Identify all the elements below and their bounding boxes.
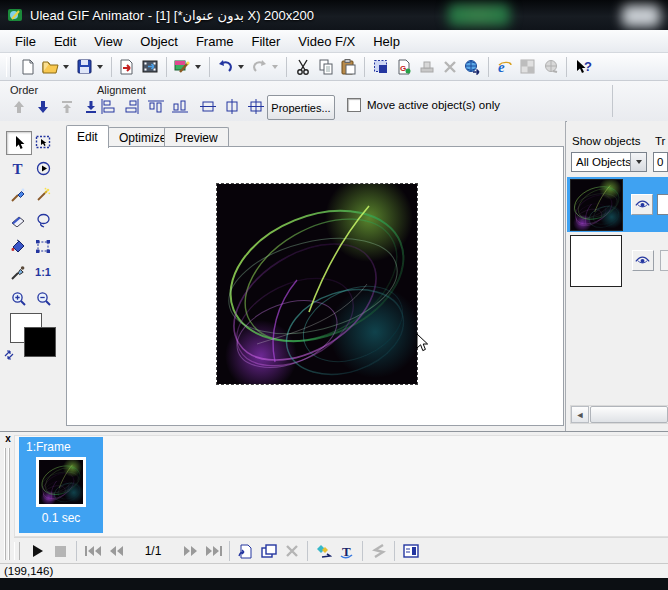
title-bar[interactable]: Ulead GIF Animator - [1] [*بدون عنوان X)…	[0, 0, 668, 30]
align-top-button[interactable]	[145, 96, 167, 117]
scrollbar-thumb[interactable]	[590, 406, 668, 423]
add-frame-button[interactable]	[234, 540, 257, 562]
duplicate-frame-button[interactable]	[257, 540, 280, 562]
truncated-dropdown[interactable]: 0	[653, 152, 668, 172]
first-frame-button-disabled[interactable]	[81, 540, 104, 562]
tab-edit[interactable]: Edit	[66, 125, 109, 148]
menu-filter[interactable]: Filter	[242, 31, 289, 52]
tab-preview[interactable]: Preview	[164, 127, 229, 148]
toggle-panel-button[interactable]	[399, 540, 422, 562]
pick-tool[interactable]	[6, 131, 32, 155]
add-transition-button[interactable]	[312, 540, 335, 562]
menu-video-fx[interactable]: Video F/X	[289, 31, 364, 52]
object-2-field-partial[interactable]	[660, 250, 668, 271]
checker-button-disabled[interactable]	[516, 56, 539, 78]
new-document-button[interactable]	[16, 56, 39, 78]
actual-size-tool[interactable]: 1:1	[31, 261, 55, 283]
export-web-button[interactable]	[461, 56, 484, 78]
previous-frame-button-disabled[interactable]	[104, 540, 127, 562]
wizard-dropdown-arrow[interactable]	[195, 65, 201, 69]
object-row-2[interactable]	[567, 233, 668, 288]
object-1-field-partial[interactable]	[657, 194, 668, 215]
toolbar-grip[interactable]	[14, 542, 20, 560]
paintbrush-tool[interactable]	[6, 183, 30, 205]
frame-panel-close-button[interactable]: x	[2, 434, 14, 446]
move-down-button[interactable]	[32, 96, 54, 117]
eraser-tool[interactable]	[6, 209, 30, 231]
menu-view[interactable]: View	[85, 31, 131, 52]
undo-dropdown-arrow[interactable]	[238, 65, 244, 69]
delete-button-disabled[interactable]	[438, 56, 461, 78]
fill-tool[interactable]	[6, 235, 30, 257]
menu-object[interactable]: Object	[131, 31, 187, 52]
object-row-1[interactable]	[567, 177, 668, 232]
center-vertically-button[interactable]	[221, 96, 243, 117]
frame-strip[interactable]: 1:Frame 0.1 sec	[14, 435, 668, 537]
play-button[interactable]	[26, 540, 49, 562]
center-both-button[interactable]	[245, 96, 267, 117]
menu-edit[interactable]: Edit	[45, 31, 85, 52]
add-image-button[interactable]	[116, 56, 139, 78]
align-right-button[interactable]	[121, 96, 143, 117]
context-help-button[interactable]: ?	[571, 56, 594, 78]
zoom-out-tool[interactable]	[31, 287, 55, 309]
stop-button-disabled[interactable]	[49, 540, 72, 562]
web-button-disabled[interactable]	[539, 56, 562, 78]
preview-in-browser-button[interactable]: e	[493, 56, 516, 78]
move-active-only-checkbox[interactable]	[347, 98, 361, 112]
object-2-thumbnail[interactable]	[570, 235, 622, 287]
copy-button[interactable]	[314, 56, 337, 78]
frame-item-1[interactable]: 1:Frame 0.1 sec	[19, 437, 103, 533]
object-1-visibility-button[interactable]	[631, 194, 653, 215]
redo-dropdown-arrow[interactable]	[272, 65, 278, 69]
panel-grip[interactable]	[8, 448, 10, 560]
add-banner-text-button[interactable]: T	[335, 540, 358, 562]
magic-wand-tool[interactable]	[31, 183, 55, 205]
optimize-gif-button[interactable]: G	[392, 56, 415, 78]
select-frame-button[interactable]	[369, 56, 392, 78]
open-dropdown-arrow[interactable]	[63, 65, 69, 69]
wizard-button[interactable]	[171, 56, 194, 78]
move-to-top-button-disabled[interactable]	[56, 96, 78, 117]
scroll-left-button[interactable]: ◄	[571, 406, 589, 423]
swap-colors-icon[interactable]	[3, 349, 15, 361]
frame-1-thumbnail[interactable]	[39, 460, 83, 504]
align-left-button[interactable]	[97, 96, 119, 117]
selection-tool[interactable]	[31, 131, 55, 153]
open-file-button[interactable]	[39, 56, 62, 78]
stamp-button-disabled[interactable]	[415, 56, 438, 78]
edit-canvas[interactable]	[66, 146, 564, 426]
delete-frame-button-disabled[interactable]	[280, 540, 303, 562]
background-color-swatch[interactable]	[24, 327, 56, 357]
next-frame-button-disabled[interactable]	[179, 540, 202, 562]
eyedropper-tool[interactable]	[6, 261, 30, 283]
text-tool[interactable]: T	[6, 157, 30, 179]
object-2-visibility-button[interactable]	[632, 250, 653, 271]
menu-frame[interactable]: Frame	[187, 31, 243, 52]
toolbar-grip[interactable]	[6, 57, 11, 77]
video-fx-button-disabled[interactable]	[367, 540, 390, 562]
cut-button[interactable]	[291, 56, 314, 78]
save-button[interactable]	[73, 56, 96, 78]
transform-tool[interactable]	[31, 235, 55, 257]
move-up-button-disabled[interactable]	[8, 96, 30, 117]
zoom-in-tool[interactable]	[6, 287, 30, 309]
center-horizontally-button[interactable]	[197, 96, 219, 117]
object-1-thumbnail[interactable]	[570, 179, 623, 231]
objects-filter-dropdown[interactable]: All Objects	[571, 152, 647, 172]
canvas-image[interactable]	[217, 184, 417, 384]
last-frame-button-disabled[interactable]	[202, 540, 225, 562]
add-frame-button[interactable]	[139, 56, 162, 78]
rotate-tool[interactable]	[31, 157, 55, 179]
align-bottom-button[interactable]	[169, 96, 191, 117]
save-dropdown-arrow[interactable]	[97, 65, 103, 69]
object-panel-hscrollbar[interactable]: ◄	[570, 405, 668, 424]
menu-help[interactable]: Help	[364, 31, 409, 52]
undo-button[interactable]	[214, 56, 237, 78]
menu-file[interactable]: File	[6, 31, 45, 52]
panel-grip[interactable]	[4, 448, 6, 560]
properties-button[interactable]: Properties...	[267, 95, 335, 120]
redo-button[interactable]	[248, 56, 271, 78]
paste-button[interactable]	[337, 56, 360, 78]
lasso-tool[interactable]	[31, 209, 55, 231]
